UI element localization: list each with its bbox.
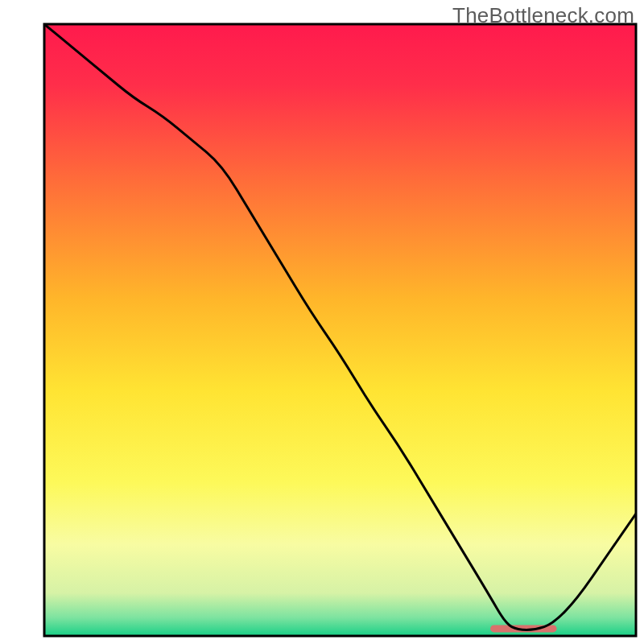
- chart-stage: TheBottleneck.com: [0, 0, 644, 644]
- bottleneck-chart: [0, 0, 644, 644]
- watermark-text: TheBottleneck.com: [452, 3, 634, 28]
- gradient-background: [44, 24, 636, 636]
